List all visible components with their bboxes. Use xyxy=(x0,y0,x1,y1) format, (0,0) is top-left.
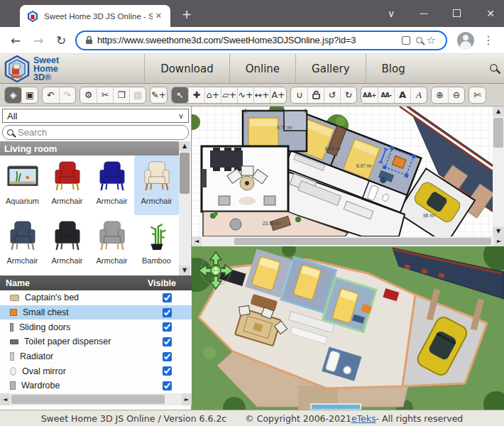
column-visible[interactable]: Visible xyxy=(148,278,176,288)
catalog-item-armchair[interactable]: Armchair xyxy=(89,155,134,215)
create-dimensions-button[interactable]: ↔+ xyxy=(253,87,270,103)
create-walls-button[interactable]: ⌂+ xyxy=(204,87,221,103)
back-button[interactable]: ← xyxy=(4,33,27,48)
zoom-out-button[interactable]: ⊖ xyxy=(448,87,464,103)
window-maximize-button[interactable] xyxy=(446,6,467,21)
catalog-item-armchair[interactable]: Armchair xyxy=(0,215,45,275)
plan-hscrollbar[interactable]: ◄ ► xyxy=(192,236,504,246)
create-polylines-button[interactable]: ∿+ xyxy=(237,87,253,103)
catalog-scrollbar[interactable]: ▲ ▼ xyxy=(179,141,190,275)
scan-frame-icon[interactable] xyxy=(402,36,410,45)
catalog-search-box[interactable] xyxy=(2,125,189,140)
home-layers-button[interactable]: ◈ xyxy=(5,87,21,103)
increase-text-size-button[interactable]: AA+ xyxy=(361,87,378,103)
scrollbar-thumb[interactable] xyxy=(11,395,165,404)
sweethome3d-logo[interactable]: Sweet Home 3D® xyxy=(4,55,59,82)
scroll-down-icon[interactable]: ▼ xyxy=(179,266,190,275)
furniture-row[interactable]: Wardrobe xyxy=(0,378,192,393)
window-chevron-button[interactable]: ∨ xyxy=(380,6,402,21)
catalog-item-aquarium[interactable]: Aquarium xyxy=(0,155,45,215)
browser-menu-icon[interactable]: ⋮ xyxy=(483,33,494,47)
zoom-search-icon[interactable] xyxy=(416,37,422,43)
create-rooms-button[interactable]: ▱+ xyxy=(221,87,237,103)
magnetism-button[interactable]: ∪ xyxy=(291,87,307,103)
plan-vscrollbar[interactable]: ▲ ▼ xyxy=(493,106,504,236)
visible-checkbox[interactable] xyxy=(163,308,172,317)
catalog-item-armchair[interactable]: Armchair xyxy=(45,215,89,275)
window-close-button[interactable]: ✕ xyxy=(480,6,501,21)
scroll-left-icon[interactable]: ◄ xyxy=(192,236,202,246)
italic-button[interactable]: A xyxy=(410,87,427,103)
catalog-item-armchair[interactable]: Armchair xyxy=(89,215,134,275)
redo-button[interactable]: ↷ xyxy=(59,87,75,103)
furniture-row[interactable]: Toilet paper dispenser xyxy=(0,334,192,349)
catalog-item-bamboo[interactable]: Bamboo xyxy=(134,215,179,275)
category-header-living-room[interactable]: Living room xyxy=(0,141,179,155)
undo-button[interactable]: ↶ xyxy=(43,87,59,103)
scroll-left-icon[interactable]: ◄ xyxy=(0,393,10,405)
scroll-up-icon[interactable]: ▲ xyxy=(493,106,504,116)
new-tab-button[interactable]: + xyxy=(179,7,195,23)
eteks-link[interactable]: eTeks xyxy=(351,413,376,424)
copy-button[interactable]: ❐ xyxy=(113,87,129,103)
scrollbar-thumb[interactable] xyxy=(180,153,190,194)
decrease-text-size-button[interactable]: AA- xyxy=(378,87,394,103)
furniture-row[interactable]: Oval mirror xyxy=(0,364,192,378)
add-text-button[interactable]: A+ xyxy=(270,87,286,103)
furniture-row[interactable]: Sliding doors xyxy=(0,320,192,334)
column-name[interactable]: Name xyxy=(6,278,30,288)
furniture-row[interactable]: Small chest xyxy=(0,305,192,320)
visible-checkbox[interactable] xyxy=(163,381,172,390)
site-search-icon[interactable] xyxy=(490,64,498,72)
pan-button[interactable]: ✚ xyxy=(188,87,204,103)
url-bar[interactable]: https://www.sweethome3d.com/SweetHome3DJ… xyxy=(75,31,447,50)
nav-item-download[interactable]: Download xyxy=(145,54,229,83)
cut-button[interactable]: ✂ xyxy=(97,87,113,103)
scroll-down-icon[interactable]: ▼ xyxy=(493,226,504,236)
scroll-right-icon[interactable]: ► xyxy=(182,393,192,405)
url-text[interactable]: https://www.sweethome3d.com/SweetHome3DJ… xyxy=(97,35,396,45)
toolbar-group: ✄ xyxy=(469,87,486,104)
reload-button[interactable]: ↻ xyxy=(50,33,72,48)
paste-button[interactable]: ▤ xyxy=(129,87,146,103)
view-3d[interactable] xyxy=(192,246,504,410)
profile-avatar[interactable] xyxy=(457,32,474,49)
visible-checkbox[interactable] xyxy=(163,293,172,302)
visible-checkbox[interactable] xyxy=(163,337,172,346)
window-view-button[interactable]: ▣ xyxy=(21,87,38,103)
furniture-row[interactable]: Radiator xyxy=(0,349,192,364)
search-input[interactable] xyxy=(18,127,174,138)
bookmark-star-icon[interactable]: ☆ xyxy=(427,34,436,47)
scrollbar-thumb[interactable] xyxy=(234,238,491,245)
plan-view[interactable]: 9.77 m² 8.79 m² 8.97 m² 23.99 m² 98 m² xyxy=(192,106,493,236)
furniture-row[interactable]: Captain's bed xyxy=(0,290,192,305)
browser-tab[interactable]: Sweet Home 3D JS Online - Swe ✕ xyxy=(20,5,170,27)
preferences-button[interactable]: ⚙ xyxy=(80,87,97,103)
visible-checkbox[interactable] xyxy=(163,352,172,361)
visible-checkbox[interactable] xyxy=(163,366,172,376)
rotate-ccw-button[interactable]: ↺ xyxy=(324,87,340,103)
nav-item-blog[interactable]: Blog xyxy=(366,54,421,83)
forward-button[interactable]: → xyxy=(27,33,50,48)
scroll-up-icon[interactable]: ▲ xyxy=(179,141,190,151)
add-furniture-button[interactable]: ✎+ xyxy=(150,87,167,103)
catalog-item-armchair[interactable]: Armchair xyxy=(45,155,89,215)
nav-item-online[interactable]: Online xyxy=(230,54,295,83)
lock-base-plan-button[interactable] xyxy=(307,87,324,103)
scroll-right-icon[interactable]: ► xyxy=(494,236,504,246)
lock-icon xyxy=(85,36,93,45)
tab-close-icon[interactable]: ✕ xyxy=(153,10,165,22)
scrollbar-thumb[interactable] xyxy=(493,118,503,148)
plan-scissors-button[interactable]: ✄ xyxy=(469,87,486,103)
furniture-list-hscrollbar[interactable]: ◄ ► xyxy=(0,393,192,405)
catalog-item-armchair[interactable]: Armchair xyxy=(134,155,179,215)
visible-checkbox[interactable] xyxy=(163,322,172,332)
catalog-filter-select[interactable]: All ∨ xyxy=(2,109,189,123)
zoom-in-button[interactable]: ⊕ xyxy=(432,87,448,103)
compass-center[interactable] xyxy=(211,266,221,275)
nav-item-gallery[interactable]: Gallery xyxy=(296,54,365,83)
rotate-cw-button[interactable]: ↻ xyxy=(340,87,356,103)
window-minimize-button[interactable]: — xyxy=(413,6,434,21)
select-button[interactable]: ↖ xyxy=(172,87,188,103)
bold-button[interactable]: A xyxy=(394,87,410,103)
